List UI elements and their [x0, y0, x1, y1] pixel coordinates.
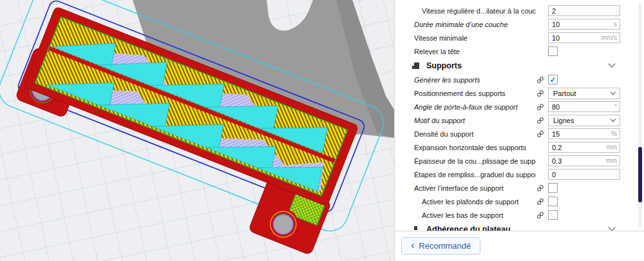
link-icon: [536, 130, 544, 138]
setting-input-box: [548, 169, 620, 180]
setting-row-expansion-horizontale-des-supports: Expansion horizontale des supportsmm: [395, 140, 644, 154]
setting-label: Vitesse minimale: [414, 34, 536, 42]
setting-control: Partout: [548, 88, 620, 99]
cura-window: Vitesse régulière d...ilateur à la couch…: [0, 0, 644, 261]
setting-label: Motif du support: [414, 117, 536, 124]
link-icon: [536, 103, 544, 111]
link-icon: [536, 184, 544, 192]
setting-row-motif-du-support: Motif du supportLignes: [395, 113, 644, 127]
setting-control: s: [548, 19, 620, 30]
category-label: Supports: [426, 61, 609, 70]
setting-label: Activer l’interface de support: [414, 184, 536, 192]
category-adhe-rence-du-plateau[interactable]: Adhérence du plateau: [395, 222, 644, 231]
model-preview: [0, 0, 394, 261]
setting-row-positionnement-des-supports: Positionnement des supportsPartout: [395, 86, 644, 100]
setting-input-box: mm/s: [548, 32, 620, 43]
setting-label: Activer les bas de support: [422, 211, 536, 219]
panel-footer: ‹ Recommandé: [395, 231, 644, 261]
setting-input[interactable]: [549, 19, 620, 29]
setting-control: mm: [548, 155, 620, 166]
setting-control: °: [548, 101, 620, 112]
setting-label: Durée minimale d’une couche: [414, 21, 536, 28]
scrollbar[interactable]: [638, 3, 642, 228]
setting-unit: mm: [606, 144, 617, 151]
chevron-down-icon: [611, 90, 616, 95]
setting-row-angle-de-porte-a-faux-de-support: Angle de porte-à-faux de support°: [395, 100, 644, 113]
setting-input-box: mm: [548, 142, 620, 153]
setting-unit: mm: [606, 157, 617, 164]
setting-row-activer-les-plafonds-de-support: Activer les plafonds de support: [395, 195, 644, 208]
setting-unit: °: [614, 103, 617, 110]
category-supports[interactable]: Supports: [395, 59, 644, 72]
setting-row-ge-ne-rer-les-supports: Générer les supports✓: [395, 73, 644, 86]
setting-row-e-paisseur-de-la-cou-plissage-de-support: Épaisseur de la cou...plissage de suppor…: [395, 154, 644, 168]
supports-icon: [412, 61, 421, 70]
setting-row-vitesse-minimale: Vitesse minimalemm/s: [395, 31, 644, 44]
setting-checkbox[interactable]: ✓: [548, 75, 558, 84]
settings-list: Vitesse régulière d...ilateur à la couch…: [395, 0, 644, 231]
scrollbar-thumb[interactable]: [638, 147, 642, 202]
setting-control: [548, 210, 620, 220]
setting-control: [548, 183, 620, 193]
setting-row-dure-e-minimale-d-une-couche: Durée minimale d’une couches: [395, 17, 644, 31]
recommended-button-label: Recommandé: [419, 241, 471, 251]
setting-select[interactable]: Lignes: [548, 115, 620, 126]
category-label: Adhérence du plateau: [426, 225, 609, 231]
link-icon: [536, 117, 544, 124]
setting-control: [548, 46, 620, 56]
setting-unit: %: [611, 130, 617, 137]
setting-control: Lignes: [548, 115, 620, 126]
setting-input-box: [548, 5, 620, 16]
setting-input-box: s: [548, 19, 620, 30]
setting-input[interactable]: [549, 102, 620, 111]
setting-control: ✓: [548, 75, 620, 84]
setting-label: Vitesse régulière d...ilateur à la couch…: [422, 7, 536, 15]
setting-row-densite-du-support: Densité du support%: [395, 127, 644, 140]
chevron-left-icon: ‹: [411, 240, 414, 251]
setting-label: Épaisseur de la cou...plissage de suppor…: [414, 157, 536, 165]
recommended-button[interactable]: ‹ Recommandé: [401, 237, 480, 255]
setting-label: Étapes de rempliss...graduel du support: [414, 171, 536, 179]
setting-input[interactable]: [549, 129, 620, 139]
setting-label: Densité du support: [414, 130, 536, 138]
setting-label: Angle de porte-à-faux de support: [414, 103, 536, 111]
setting-checkbox[interactable]: [548, 197, 558, 206]
setting-input[interactable]: [549, 169, 620, 179]
setting-checkbox[interactable]: [548, 46, 558, 56]
viewport-3d[interactable]: [0, 0, 394, 261]
link-icon: [536, 76, 544, 84]
setting-row-relever-la-te-te: Relever la tête: [395, 44, 644, 58]
setting-input-box: mm: [548, 155, 620, 166]
setting-control: [548, 197, 620, 206]
setting-checkbox[interactable]: [548, 210, 558, 220]
setting-label: Expansion horizontale des supports: [414, 144, 536, 151]
settings-panel: Vitesse régulière d...ilateur à la couch…: [394, 0, 644, 261]
setting-checkbox[interactable]: [548, 183, 558, 193]
adhesion-icon: [412, 225, 421, 231]
link-icon: [536, 211, 544, 219]
setting-row-activer-les-bas-de-support: Activer les bas de support: [395, 208, 644, 222]
setting-select[interactable]: Partout: [548, 88, 620, 99]
setting-input-box: %: [548, 128, 620, 139]
setting-control: %: [548, 128, 620, 139]
setting-row-activer-l-interface-de-support: Activer l’interface de support: [395, 181, 644, 195]
setting-label: Positionnement des supports: [414, 90, 536, 97]
setting-control: [548, 169, 620, 180]
setting-label: Activer les plafonds de support: [422, 198, 536, 206]
check-icon: ✓: [549, 76, 556, 84]
setting-row-vitesse-re-gulie-re-d-ilateur-a-la-couche: Vitesse régulière d...ilateur à la couch…: [395, 4, 644, 17]
chevron-down-icon[interactable]: [608, 60, 615, 67]
setting-control: mm/s: [548, 32, 620, 43]
chevron-down-icon[interactable]: [608, 224, 615, 231]
select-value: Partout: [553, 90, 576, 97]
link-icon: [536, 90, 544, 97]
setting-unit: s: [614, 21, 617, 28]
setting-label: Relever la tête: [414, 48, 536, 55]
setting-control: [548, 5, 620, 16]
setting-unit: mm/s: [601, 34, 617, 41]
link-icon: [536, 198, 544, 206]
setting-row-e-tapes-de-rempliss-graduel-du-support: Étapes de rempliss...graduel du support: [395, 168, 644, 181]
chevron-down-icon: [611, 117, 616, 122]
setting-input-box: °: [548, 101, 620, 112]
setting-input[interactable]: [549, 6, 620, 15]
